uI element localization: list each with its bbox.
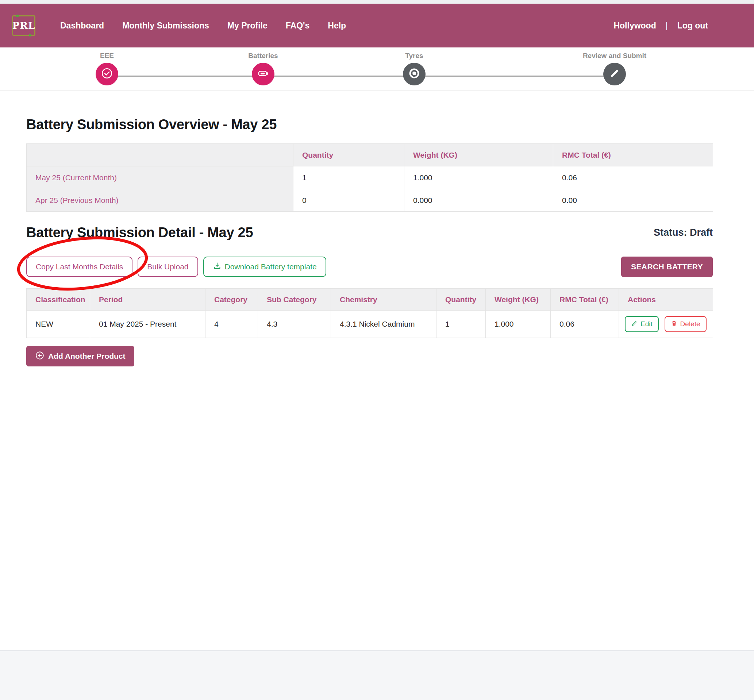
- download-icon: [213, 262, 222, 272]
- detail-title: Battery Submission Detail - May 25: [26, 225, 253, 241]
- overview-row-label: Apr 25 (Previous Month): [27, 189, 293, 212]
- trash-icon: [671, 320, 678, 328]
- detail-col-category: Category: [206, 289, 258, 311]
- step-batteries: Batteries: [216, 47, 311, 85]
- detail-table: Classification Period Category Sub Categ…: [26, 288, 713, 338]
- download-template-label: Download Battery template: [225, 262, 317, 271]
- submission-stepper: EEE Batteries: [0, 47, 754, 91]
- table-row: May 25 (Current Month) 1 1.000 0.06: [27, 166, 713, 189]
- step-tyres: Tyres: [367, 47, 462, 85]
- edit-label: Edit: [640, 320, 653, 328]
- detail-actions-row: Copy Last Months Details Bulk Upload Dow…: [26, 256, 326, 277]
- step-tyres-label: Tyres: [367, 52, 462, 60]
- detail-header-row: Classification Period Category Sub Categ…: [27, 289, 713, 311]
- prl-logo-text: PRL: [12, 20, 35, 31]
- nav-divider: |: [666, 21, 668, 31]
- nav-logout[interactable]: Log out: [678, 21, 708, 31]
- step-eee-circle[interactable]: [95, 63, 118, 85]
- add-another-product-button[interactable]: Add Another Product: [26, 346, 134, 366]
- overview-header-row: Quantity Weight (KG) RMC Total (€): [27, 144, 713, 166]
- top-strip: [0, 0, 754, 4]
- copy-last-months-button[interactable]: Copy Last Months Details: [26, 256, 133, 277]
- step-tyres-circle[interactable]: [403, 63, 426, 85]
- nav-username[interactable]: Hollywood: [614, 21, 656, 31]
- step-eee-label: EEE: [59, 52, 155, 60]
- nav-help[interactable]: Help: [328, 21, 346, 31]
- cell-actions: Edit Delete: [619, 311, 713, 338]
- detail-col-weight: Weight (KG): [486, 289, 551, 311]
- detail-col-sub-category: Sub Category: [258, 289, 331, 311]
- bulk-upload-button[interactable]: Bulk Upload: [137, 256, 198, 277]
- pencil-icon: [609, 67, 620, 81]
- step-batteries-label: Batteries: [216, 52, 311, 60]
- cell-category: 4: [206, 311, 258, 338]
- cell-rmc: 0.06: [551, 311, 619, 338]
- navbar: PRL Dashboard Monthly Submissions My Pro…: [0, 4, 754, 47]
- overview-row-weight: 1.000: [404, 166, 553, 189]
- step-review-submit: Review and Submit: [567, 47, 662, 85]
- detail-col-rmc: RMC Total (€): [551, 289, 619, 311]
- edit-pencil-icon: [631, 320, 638, 328]
- download-template-button[interactable]: Download Battery template: [203, 256, 326, 277]
- check-circle-icon: [101, 67, 113, 81]
- overview-col-empty: [27, 144, 293, 166]
- nav-dashboard[interactable]: Dashboard: [60, 21, 104, 31]
- page: PRL Dashboard Monthly Submissions My Pro…: [0, 0, 754, 700]
- overview-row-label: May 25 (Current Month): [27, 166, 293, 189]
- cell-classification: NEW: [27, 311, 90, 338]
- detail-col-quantity: Quantity: [437, 289, 486, 311]
- cell-sub-category: 4.3: [258, 311, 331, 338]
- overview-row-rmc: 0.00: [553, 189, 713, 212]
- detail-col-chemistry: Chemistry: [331, 289, 437, 311]
- overview-table: Quantity Weight (KG) RMC Total (€) May 2…: [26, 144, 713, 212]
- overview-col-weight: Weight (KG): [404, 144, 553, 166]
- nav-faqs[interactable]: FAQ's: [286, 21, 310, 31]
- cell-weight: 1.000: [486, 311, 551, 338]
- step-review-submit-circle[interactable]: [603, 63, 626, 85]
- footer-bar: BACK SAVE AND NEXT: [0, 650, 754, 700]
- status-badge: Status: Draft: [654, 227, 713, 238]
- battery-icon: [257, 67, 269, 81]
- add-another-product-label: Add Another Product: [48, 352, 126, 361]
- overview-row-weight: 0.000: [404, 189, 553, 212]
- detail-col-actions: Actions: [619, 289, 713, 311]
- cell-quantity: 1: [437, 311, 486, 338]
- overview-row-rmc: 0.06: [553, 166, 713, 189]
- overview-title: Battery Submission Overview - May 25: [26, 117, 276, 133]
- nav-monthly-submissions[interactable]: Monthly Submissions: [122, 21, 209, 31]
- edit-button[interactable]: Edit: [625, 316, 659, 332]
- navbar-right: Hollywood | Log out: [614, 21, 708, 31]
- cell-period: 01 May 2025 - Present: [90, 311, 206, 338]
- overview-col-quantity: Quantity: [293, 144, 404, 166]
- table-row: NEW 01 May 2025 - Present 4 4.3 4.3.1 Ni…: [27, 311, 713, 338]
- prl-logo[interactable]: PRL: [12, 15, 35, 36]
- delete-label: Delete: [680, 320, 700, 328]
- search-battery-button[interactable]: SEARCH BATTERY: [621, 256, 713, 277]
- step-eee: EEE: [59, 47, 155, 85]
- delete-button[interactable]: Delete: [665, 316, 707, 332]
- step-review-submit-label: Review and Submit: [567, 52, 662, 60]
- detail-col-period: Period: [90, 289, 206, 311]
- overview-row-quantity: 1: [293, 166, 404, 189]
- step-batteries-circle[interactable]: [252, 63, 275, 85]
- overview-row-quantity: 0: [293, 189, 404, 212]
- cell-chemistry: 4.3.1 Nickel Cadmium: [331, 311, 437, 338]
- plus-circle-icon: [35, 351, 45, 362]
- overview-col-rmc: RMC Total (€): [553, 144, 713, 166]
- stepper-connector-line: [107, 75, 615, 77]
- nav-my-profile[interactable]: My Profile: [227, 21, 267, 31]
- detail-col-classification: Classification: [27, 289, 90, 311]
- tyre-icon: [408, 67, 420, 81]
- table-row: Apr 25 (Previous Month) 0 0.000 0.00: [27, 189, 713, 212]
- main-nav: Dashboard Monthly Submissions My Profile…: [60, 21, 346, 31]
